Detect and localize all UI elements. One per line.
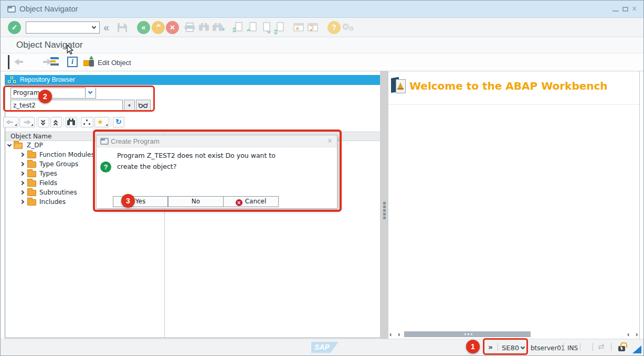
scroll-left-icon[interactable]: ‹ xyxy=(389,330,392,338)
refresh-button[interactable]: ↻ xyxy=(113,117,124,127)
splitter-grip[interactable] xyxy=(383,202,386,204)
previous-page-icon[interactable] xyxy=(249,22,257,31)
first-page-icon[interactable] xyxy=(235,22,242,31)
tree-back-button[interactable] xyxy=(3,117,18,127)
tree-find-button[interactable] xyxy=(66,117,77,127)
folder-icon xyxy=(27,180,36,187)
chevron-down-icon[interactable] xyxy=(92,25,96,29)
back-button[interactable]: « xyxy=(137,21,150,34)
edit-object-lock xyxy=(89,60,94,67)
status-separator xyxy=(593,343,593,351)
dropdown-corner xyxy=(105,122,108,126)
right-panel-border xyxy=(639,71,640,339)
collapsed-chevron-icon[interactable] xyxy=(20,200,24,204)
data-transfer-icon: ⇄ xyxy=(598,342,605,351)
scroll-left-icon[interactable]: ‹ xyxy=(627,330,629,338)
arrow-right-icon xyxy=(23,120,31,125)
toolbar-separator xyxy=(64,117,64,127)
welcome-divider xyxy=(388,104,639,105)
scroll-right-icon[interactable]: › xyxy=(398,330,400,338)
scroll-right-icon[interactable]: › xyxy=(636,330,638,338)
double-chevron-up-icon2 xyxy=(54,123,58,127)
print-icon[interactable] xyxy=(184,23,195,32)
tree-item-label[interactable]: Includes xyxy=(39,198,66,206)
folder-open-icon xyxy=(14,143,23,149)
chevron-up-icon xyxy=(156,24,160,28)
sap-logo-text: SAP xyxy=(314,343,330,351)
close-button[interactable]: × xyxy=(632,5,637,13)
expand-all-button[interactable] xyxy=(38,117,49,127)
status-separator xyxy=(580,343,580,351)
annotation-box-step1 xyxy=(483,338,528,355)
object-list-icon-mid xyxy=(50,60,56,62)
create-shortcut-icon[interactable]: ⤸ xyxy=(308,23,318,31)
collapsed-chevron-icon[interactable] xyxy=(20,190,24,195)
minimize-button[interactable] xyxy=(613,10,619,12)
security-lock-icon[interactable] xyxy=(618,346,625,351)
tree-item-label[interactable]: Subroutines xyxy=(39,189,77,196)
collapsed-chevron-icon[interactable] xyxy=(20,162,24,166)
info-icon[interactable]: i xyxy=(67,57,78,67)
back-icon: « xyxy=(142,23,146,31)
status-separator xyxy=(563,343,564,351)
workbench-icon-cone xyxy=(398,82,403,88)
window-titlebar: Object Navigator × xyxy=(1,1,643,18)
column-header-label: Object Name xyxy=(10,132,51,141)
hierarchy-icon xyxy=(8,77,17,83)
welcome-title: Welcome to the ABAP Workbench xyxy=(409,80,608,92)
repository-browser-title: Repository Browser xyxy=(20,75,75,85)
toolbar-separator xyxy=(111,117,111,127)
tree-item-label[interactable]: Fields xyxy=(39,179,57,187)
help-button[interactable]: ? xyxy=(328,21,341,34)
annotation-step-1-label: 1 xyxy=(471,342,475,351)
enter-button[interactable]: ✓ xyxy=(8,21,21,34)
resize-grip[interactable] xyxy=(632,346,641,353)
command-input[interactable] xyxy=(27,23,89,32)
annotation-step-1: 1 xyxy=(466,340,480,353)
history-back-icon[interactable] xyxy=(14,59,24,65)
annotation-step-3-label: 3 xyxy=(126,197,130,205)
scrollbar-grip xyxy=(468,333,469,335)
panel-splitter[interactable] xyxy=(380,71,388,339)
expanded-chevron-icon[interactable] xyxy=(7,143,12,147)
application-toolbar xyxy=(1,53,643,71)
star-icon: ★ xyxy=(295,25,300,32)
question-icon: ? xyxy=(332,23,336,31)
star-icon: ★ xyxy=(97,118,103,126)
collapse-all-button[interactable] xyxy=(50,117,62,127)
collapse-toolbar-icon[interactable]: « xyxy=(103,21,109,34)
save-icon[interactable] xyxy=(117,23,128,33)
tree-item-label[interactable]: Type Groups xyxy=(39,160,78,168)
maximize-button[interactable] xyxy=(622,7,628,12)
sap-gui-window: Object Navigator × ✓ « « × + xyxy=(0,0,644,356)
tree-root-label[interactable]: Z_DP xyxy=(27,142,43,149)
edit-object-cube xyxy=(83,60,89,66)
collapsed-chevron-icon[interactable] xyxy=(20,171,24,176)
worklist-button[interactable] xyxy=(81,117,93,127)
double-down-icon2 xyxy=(274,31,278,35)
annotation-step-2: 2 xyxy=(38,90,52,103)
tree-forward-button[interactable] xyxy=(19,117,35,127)
cancel-button[interactable]: × xyxy=(166,21,179,34)
favorites-button[interactable]: ★ xyxy=(94,117,109,127)
collapsed-chevron-icon[interactable] xyxy=(20,153,24,157)
find-icon[interactable] xyxy=(198,23,209,31)
edit-object-button[interactable]: Edit Object xyxy=(98,59,131,67)
plus-icon: + xyxy=(221,26,225,33)
toolbar-handle xyxy=(8,55,9,69)
tree-item-label[interactable]: Types xyxy=(39,170,57,177)
folder-icon xyxy=(27,152,36,158)
toolbar-separator xyxy=(36,117,37,127)
edit-object-icon[interactable] xyxy=(83,56,95,68)
info-glyph: i xyxy=(71,58,73,66)
command-field[interactable] xyxy=(26,21,100,34)
tree-item-label[interactable]: Function Modules xyxy=(39,151,94,158)
customize-gear-small-icon[interactable]: ⚙ xyxy=(349,25,354,33)
collapsed-chevron-icon[interactable] xyxy=(20,181,24,185)
double-chevron-down-icon2 xyxy=(41,121,45,125)
object-list-icon[interactable] xyxy=(50,57,59,59)
arrow-left-icon xyxy=(6,120,14,125)
exit-button[interactable] xyxy=(152,21,165,34)
new-session-icon[interactable]: ★ xyxy=(293,23,304,31)
horizontal-scrollbar-thumb[interactable] xyxy=(404,331,531,337)
